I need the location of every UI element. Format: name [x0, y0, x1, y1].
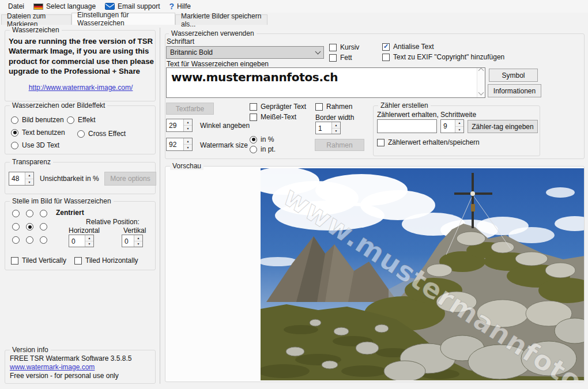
- relative-position-label: Relative Position:: [86, 218, 140, 226]
- checkbox-label: Zählerwert erhalten/speichern: [388, 138, 480, 146]
- angle-spinner[interactable]: 29 ▲▼: [166, 119, 193, 132]
- position-radio-bottom-right[interactable]: [40, 236, 47, 244]
- position-radio-middle-left[interactable]: [12, 223, 20, 231]
- spin-up-icon[interactable]: ▲: [85, 235, 93, 241]
- spin-up-icon[interactable]: ▲: [455, 120, 463, 127]
- fett-checkbox[interactable]: Fett: [329, 54, 352, 62]
- spin-down-icon[interactable]: ▼: [134, 241, 142, 247]
- size-value[interactable]: 92: [167, 138, 183, 150]
- radio-text-benutzen[interactable]: Text benutzen: [11, 129, 65, 137]
- position-radio-bottom-left[interactable]: [12, 236, 20, 244]
- spin-up-icon[interactable]: ▲: [184, 138, 192, 145]
- meissel-text-checkbox[interactable]: Meißel-Text: [250, 113, 296, 121]
- gepraegter-text-checkbox[interactable]: Geprägter Text: [250, 103, 306, 111]
- more-options-button[interactable]: More options: [104, 172, 156, 186]
- spin-down-icon[interactable]: ▼: [85, 241, 93, 247]
- transparency-value[interactable]: 48: [9, 172, 25, 185]
- angle-label: Winkel angeben: [200, 122, 250, 130]
- spin-up-icon[interactable]: ▲: [25, 172, 33, 179]
- spin-up-icon[interactable]: ▲: [332, 122, 340, 129]
- counter-tag-button[interactable]: Zähler-tag eingeben: [468, 120, 538, 133]
- horizontal-value[interactable]: 0: [69, 235, 85, 247]
- kursiv-checkbox[interactable]: Kursiv: [329, 43, 359, 51]
- scroll-up-icon[interactable]: [478, 68, 484, 74]
- position-radio-top-center[interactable]: [26, 210, 33, 217]
- radio-circle: [77, 130, 85, 138]
- position-grid-row-top: [12, 210, 47, 217]
- size-in-pt-radio[interactable]: in pt.: [250, 145, 276, 153]
- spinner-arrows[interactable]: ▲▼: [85, 235, 93, 247]
- spin-down-icon[interactable]: ▼: [184, 145, 192, 150]
- tab-label: Einstellungen für Wasserzeichen: [77, 11, 169, 27]
- font-combobox-value: Britannic Bold: [170, 48, 316, 56]
- checkbox-box: [315, 103, 323, 111]
- menu-datei-label: Datei: [8, 2, 24, 10]
- textfarbe-button[interactable]: Textfarbe: [166, 103, 214, 115]
- position-radio-top-left[interactable]: [12, 210, 20, 217]
- counter-value-field[interactable]: [377, 119, 437, 133]
- version-link[interactable]: www.watermark-image.com: [10, 363, 95, 371]
- radio-use-3d-text[interactable]: Use 3D Text: [11, 141, 59, 149]
- radio-circle: [11, 116, 18, 124]
- spinner-arrows[interactable]: ▲▼: [25, 172, 33, 185]
- menu-select-language[interactable]: Select language: [31, 1, 100, 12]
- border-width-value[interactable]: 1: [316, 122, 331, 134]
- horizontal-spinner[interactable]: 0 ▲▼: [69, 235, 94, 247]
- radio-cross-effect[interactable]: Cross Effect: [77, 130, 126, 138]
- position-radio-top-right[interactable]: [40, 210, 47, 217]
- step-spinner[interactable]: 9 ▲▼: [440, 119, 464, 133]
- vertical-label: Vertikal: [123, 226, 146, 235]
- vertical-spinner[interactable]: 0 ▲▼: [122, 235, 143, 247]
- spin-down-icon[interactable]: ▼: [25, 179, 33, 186]
- menu-email-support[interactable]: Email support: [103, 1, 164, 12]
- exif-copyright-checkbox[interactable]: Text zu EXIF "Copyright" hinzufügen: [382, 53, 504, 61]
- menu-hilfe[interactable]: ? Hilfe: [167, 1, 195, 12]
- tiled-vertically-checkbox[interactable]: Tiled Vertically: [11, 256, 66, 265]
- rahmen-checkbox[interactable]: Rahmen: [315, 103, 352, 111]
- spin-down-icon[interactable]: ▼: [184, 126, 192, 131]
- transparency-spinner[interactable]: 48 ▲▼: [9, 172, 34, 186]
- spinner-arrows[interactable]: ▲▼: [183, 138, 192, 150]
- watermark-text-area[interactable]: www.mustermannfotos.ch: [166, 67, 485, 98]
- spinner-arrows[interactable]: ▲▼: [183, 119, 192, 131]
- tab-einstellungen-wasserzeichen[interactable]: Einstellungen für Wasserzeichen: [71, 13, 175, 25]
- font-combobox[interactable]: Britannic Bold: [166, 46, 324, 59]
- tab-dateien-zum-markieren[interactable]: Dateien zum Markieren: [1, 14, 71, 25]
- spinner-arrows[interactable]: ▲▼: [455, 120, 463, 133]
- radio-circle: [11, 129, 18, 137]
- border-width-spinner[interactable]: 1 ▲▼: [315, 122, 341, 134]
- watermark-text-value[interactable]: www.mustermannfotos.ch: [171, 70, 338, 84]
- size-spinner[interactable]: 92 ▲▼: [166, 138, 193, 151]
- spin-up-icon[interactable]: ▲: [134, 235, 142, 241]
- counter-group-title: Zähler erstellen: [378, 101, 431, 109]
- spinner-arrows[interactable]: ▲▼: [134, 235, 142, 247]
- button-label: Rahmen: [326, 141, 352, 149]
- textarea-scrollbar[interactable]: [477, 68, 485, 97]
- spin-down-icon[interactable]: ▼: [455, 127, 463, 133]
- position-radio-middle-right[interactable]: [40, 223, 47, 231]
- size-in-percent-radio[interactable]: in %: [250, 135, 274, 143]
- vertical-value[interactable]: 0: [122, 235, 134, 247]
- informationen-button[interactable]: Informationen: [488, 84, 541, 97]
- spin-down-icon[interactable]: ▼: [332, 129, 340, 134]
- scroll-down-icon[interactable]: [478, 90, 484, 96]
- keep-counter-checkbox[interactable]: Zählerwert erhalten/speichern: [377, 138, 480, 146]
- position-radio-center[interactable]: [26, 223, 33, 231]
- angle-value[interactable]: 29: [167, 119, 183, 131]
- watermark-image-link[interactable]: http://www.watermark-image.com/: [29, 84, 133, 92]
- tiled-horizontally-checkbox[interactable]: Tiled Horizontally: [74, 256, 138, 265]
- step-value[interactable]: 9: [441, 120, 455, 133]
- radio-bild-benutzen[interactable]: Bild benutzen: [11, 116, 64, 124]
- rahmen-button[interactable]: Rahmen: [315, 139, 364, 151]
- menu-datei[interactable]: Datei: [6, 1, 29, 12]
- tab-markierte-bilder-speichern[interactable]: Markierte Bilder speichern als...: [175, 14, 267, 25]
- spin-up-icon[interactable]: ▲: [184, 119, 192, 126]
- position-radio-bottom-center[interactable]: [26, 236, 33, 244]
- antialias-checkbox[interactable]: ✓Antialise Text: [382, 43, 434, 51]
- radio-effekt[interactable]: Effekt: [67, 116, 95, 124]
- preview-image: www.mustermannfotos.ch: [261, 168, 584, 380]
- symbol-button[interactable]: Symbol: [489, 69, 538, 82]
- version-group-title: Version info: [10, 346, 51, 354]
- transparency-groupbox: Transparenz 48 ▲▼ Unsichtbarkeit in % Mo…: [5, 162, 156, 194]
- spinner-arrows[interactable]: ▲▼: [331, 122, 340, 134]
